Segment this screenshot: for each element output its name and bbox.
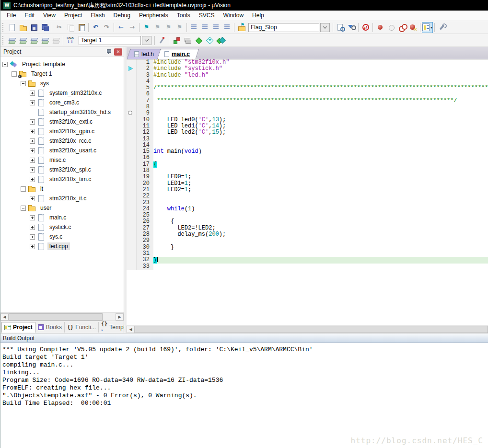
navigate-back-button[interactable]: ← xyxy=(116,22,127,33)
tree-item-stm32f10x-usart-c[interactable]: stm32f10x_usart.c xyxy=(0,146,124,155)
scroll-thumb[interactable] xyxy=(9,313,103,321)
debug-restore-views-button[interactable] xyxy=(204,35,215,46)
editor-gutter[interactable] xyxy=(127,200,137,206)
build-output-log[interactable]: http://blog.csdn.net/HES_C *** Using Com… xyxy=(0,343,488,448)
tree-item-core-cm3-c[interactable]: core_cm3.c xyxy=(0,98,124,107)
previous-bookmark-button[interactable]: ⚑ xyxy=(163,22,174,33)
panel-tab-functi[interactable]: {}Functi... xyxy=(65,322,99,333)
editor-gutter[interactable] xyxy=(127,129,137,136)
tree-item-system-stm32f10x-c[interactable]: system_stm32f10x.c xyxy=(0,88,124,98)
new-file-button[interactable] xyxy=(6,22,17,33)
editor-gutter[interactable] xyxy=(127,231,137,238)
menu-svcs[interactable]: SVCS xyxy=(195,11,219,21)
editor-gutter[interactable] xyxy=(127,161,137,168)
editor-gutter[interactable] xyxy=(127,79,137,85)
editor-gutter[interactable] xyxy=(127,225,137,231)
undo-button[interactable]: ↶ xyxy=(90,22,101,33)
manage-rte-button[interactable] xyxy=(171,35,182,46)
tree-expander-icon[interactable] xyxy=(21,186,26,192)
performance-analyzer-button[interactable] xyxy=(215,35,226,46)
panel-tab-books[interactable]: Books xyxy=(35,322,65,333)
find-in-files-button[interactable] xyxy=(335,22,346,33)
open-file-button[interactable] xyxy=(17,22,28,33)
editor-gutter[interactable] xyxy=(127,85,137,91)
cut-button[interactable]: ✂ xyxy=(54,22,65,33)
editor-gutter[interactable] xyxy=(127,257,137,263)
menu-debug[interactable]: Debug xyxy=(109,11,135,21)
chevron-down-icon[interactable]: ▾ xyxy=(430,25,432,30)
tree-expander-icon[interactable] xyxy=(30,138,35,144)
menu-peripherals[interactable]: Peripherals xyxy=(135,11,173,21)
tree-item-systick-c[interactable]: systick.c xyxy=(0,222,124,232)
tree-item-sys[interactable]: sys xyxy=(0,79,124,88)
enable-disable-breakpoint-button[interactable] xyxy=(385,22,396,33)
tree-expander-icon[interactable] xyxy=(2,62,8,67)
code-editor[interactable]: 1#include "stm32f10x.h"2#include "systic… xyxy=(127,59,488,325)
tree-item-stm32f10x-tim-c[interactable]: stm32f10x_tim.c xyxy=(0,174,124,184)
tree-item-user[interactable]: user xyxy=(0,203,124,213)
search-dropdown-button[interactable] xyxy=(320,23,330,32)
batch-build-button[interactable] xyxy=(39,35,50,46)
tree-expander-icon[interactable] xyxy=(21,81,26,86)
tree-expander-icon[interactable] xyxy=(30,129,35,134)
project-tree[interactable]: Project: templateTarget 1syssystem_stm32… xyxy=(0,57,124,312)
tree-item-it[interactable]: it xyxy=(0,184,124,194)
editor-gutter[interactable] xyxy=(127,72,137,79)
panel-tab-project[interactable]: Project xyxy=(1,322,35,333)
editor-gutter[interactable] xyxy=(127,264,137,270)
paste-button[interactable] xyxy=(76,22,87,33)
editor-gutter[interactable] xyxy=(127,98,137,104)
tree-item-main-c[interactable]: main.c xyxy=(0,213,124,222)
tree-expander-icon[interactable] xyxy=(30,196,35,201)
redo-button[interactable]: ↷ xyxy=(101,22,112,33)
save-all-button[interactable] xyxy=(39,22,50,33)
target-dropdown-button[interactable] xyxy=(142,36,151,45)
menu-project[interactable]: Project xyxy=(60,11,86,21)
download-load-button[interactable] xyxy=(65,35,76,46)
tree-item-stm32f10x-it-c[interactable]: stm32f10x_it.c xyxy=(0,194,124,203)
tree-item-stm32f10x-spi-c[interactable]: stm32f10x_spi.c xyxy=(0,165,124,174)
insert-breakpoint-button[interactable] xyxy=(374,22,385,33)
tree-item-misc-c[interactable]: misc.c xyxy=(0,155,124,165)
find-all-references-button[interactable]: d xyxy=(360,22,371,33)
editor-tab-led-h[interactable]: led.h xyxy=(128,49,162,59)
editor-gutter[interactable] xyxy=(127,91,137,97)
menu-edit[interactable]: Edit xyxy=(20,11,39,21)
tree-expander-icon[interactable] xyxy=(30,215,35,220)
stop-build-button[interactable] xyxy=(50,35,61,46)
search-input[interactable]: Flag_Stop xyxy=(248,23,319,32)
editor-gutter[interactable] xyxy=(127,212,137,218)
editor-gutter[interactable] xyxy=(127,218,137,225)
window-layout-button[interactable]: ▾ xyxy=(422,22,433,33)
editor-gutter[interactable] xyxy=(127,174,137,180)
pin-icon[interactable] xyxy=(106,49,112,55)
toolbar-grip[interactable] xyxy=(2,23,4,32)
editor-gutter[interactable] xyxy=(127,251,137,257)
tree-expander-icon[interactable] xyxy=(30,100,35,105)
editor-gutter[interactable] xyxy=(127,123,137,129)
tree-item-stm32f10x-rcc-c[interactable]: stm32f10x_rcc.c xyxy=(0,136,124,146)
editor-gutter[interactable] xyxy=(127,181,137,187)
navigate-forward-button[interactable]: → xyxy=(127,22,138,33)
tree-item-target-1[interactable]: Target 1 xyxy=(0,69,124,79)
editor-gutter[interactable] xyxy=(127,206,137,212)
editor-gutter[interactable] xyxy=(127,187,137,193)
tree-expander-icon[interactable] xyxy=(12,71,17,77)
start-debug-session-button[interactable] xyxy=(193,35,204,46)
editor-gutter[interactable] xyxy=(127,155,137,161)
incremental-find-button[interactable] xyxy=(346,22,357,33)
build-button[interactable] xyxy=(17,35,28,46)
tree-item-stm32f10x-gpio-c[interactable]: stm32f10x_gpio.c xyxy=(0,126,124,136)
editor-h-scrollbar[interactable]: ◀ xyxy=(127,325,488,333)
menu-tools[interactable]: Tools xyxy=(173,11,195,21)
tree-expander-icon[interactable] xyxy=(21,206,26,211)
menu-flash[interactable]: Flash xyxy=(86,11,109,21)
configuration-wrench-button[interactable] xyxy=(436,22,447,33)
editor-gutter[interactable] xyxy=(127,136,137,142)
menu-view[interactable]: View xyxy=(39,11,60,21)
scroll-left-button[interactable]: ◀ xyxy=(127,326,135,333)
tree-expander-icon[interactable] xyxy=(30,225,35,230)
scroll-thumb[interactable] xyxy=(135,326,488,333)
tree-expander-icon[interactable] xyxy=(30,244,35,249)
translate-file-button[interactable] xyxy=(6,35,17,46)
